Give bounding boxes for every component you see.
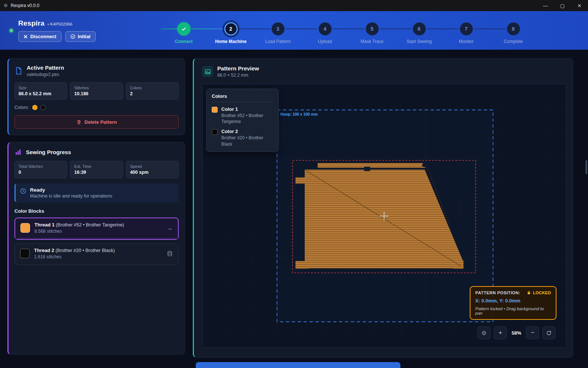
panel-title: Pattern Preview [217,65,259,72]
check-icon [181,26,187,32]
legend-color-name: Color 1 [221,106,273,112]
color-dot-tangerine [32,105,37,110]
titlebar: ⚙ Respira v0.0.0 — ▢ ✕ [0,0,588,11]
step-label: Mask Trace [348,39,396,44]
close-button[interactable]: ✕ [571,0,588,11]
check-circle-icon [70,34,75,39]
position-coords: X: 0.0mm, Y: 0.0mm [475,298,551,304]
stat-stitches: Stitches 10.186 [70,82,123,100]
stat-label: Total Stitches [19,164,63,169]
stat-value: 86.0 x 52.2 mm [19,91,63,96]
thread-swatch [20,249,30,258]
thread-block-2[interactable]: Thread 2 (Brother #20 • Brother Black) 1… [14,243,179,265]
stat-label: Speed [130,164,175,169]
stat-speed: Speed 400 spm [126,161,179,178]
zoom-out-button[interactable]: − [526,326,539,339]
thread-name: Thread 1 (Brother #52 • Brother Tangerin… [34,222,162,228]
preview-canvas[interactable]: Hoop: 100 x 100 mm [202,84,566,348]
thread-name-bold: Thread 1 [34,222,54,228]
step-label: Home Machine [207,39,254,44]
thread-block-1[interactable]: Thread 1 (Brother #52 • Brother Tangerin… [14,218,179,240]
clock-icon [20,188,26,194]
stat-est-time: Est. Time 16:39 [70,161,123,178]
thread-stitches: 1.618 stitches [34,254,162,259]
app-window: ⚙ Respira v0.0.0 — ▢ ✕ Respira • K4P5029… [0,0,588,368]
maximize-button[interactable]: ▢ [554,0,571,11]
image-icon-bg [202,66,213,77]
step-complete[interactable]: 8 Complete [490,22,537,44]
stat-label: Est. Time [74,164,119,169]
trash-icon [76,119,82,125]
step-label: Upload [301,39,348,44]
header: Respira • K4P502956 ✕ Disconnect Initial [0,11,588,50]
step-circle: 8 [507,22,520,36]
lock-icon [527,291,531,295]
image-icon [205,69,211,75]
step-label: Complete [490,39,537,44]
notification-bar [196,362,400,368]
pattern-position-box: PATTERN POSITION: LOCKED X: 0.0mm, Y: 0.… [470,286,556,320]
disconnect-button[interactable]: ✕ Disconnect [18,31,62,42]
fit-view-icon [481,330,487,336]
zoom-controls: + 58% − [478,326,555,339]
thread-detail: (Brother #52 • Brother Tangerine) [56,222,124,228]
app-icon: ⚙ [4,3,8,8]
hoop-label: Hoop: 100 x 100 mm [280,112,318,116]
status-text: Machine is idle and ready for operations [30,193,112,199]
step-circle: 6 [413,22,426,36]
status-title: Ready [30,187,112,193]
legend-color-detail: Brother #52 • Brother Tangerine [221,113,273,125]
step-indicator: Connect 2 Home Machine 3 Load Pattern 4 … [160,22,537,44]
stat-value: 10.186 [74,91,119,96]
stat-value: 0 [19,170,63,175]
stat-label: Colors [130,86,175,90]
window-title: Respira v0.0.0 [11,3,39,8]
scrollbar-thumb[interactable] [585,160,587,174]
pattern-preview-panel: Pattern Preview 86.0 × 52.2 mm [193,58,573,358]
step-circle: 3 [271,22,285,36]
layers-icon [166,250,173,257]
initial-button[interactable]: Initial [65,31,96,42]
color-blocks-label: Color Blocks [14,208,179,214]
panel-title: Active Pattern [27,64,64,71]
step-mask-trace[interactable]: 5 Mask Trace [348,22,396,44]
zoom-level: 58% [510,330,523,336]
stat-value: 400 spm [130,170,175,175]
connection-status-dot [10,29,13,32]
position-hint: Pattern locked • Drag background to pan [475,306,551,315]
pattern-stats: Size 86.0 x 52.2 mm Stitches 10.186 Colo… [14,82,179,100]
stat-value: 16:39 [74,170,119,175]
step-start-sewing[interactable]: 6 Start Sewing [396,22,443,44]
thread-progress-bar [15,238,178,239]
step-monitor[interactable]: 7 Monitor [443,22,490,44]
color-dot-black [40,105,46,110]
thread-name-bold: Thread 2 [34,248,54,253]
colors-legend: Colors Color 1 Brother #52 • Brother Tan… [206,89,279,152]
zoom-in-button[interactable]: + [494,326,507,339]
stat-label: Size [19,86,63,90]
legend-color-detail: Brother #20 • Brother Black [221,135,273,147]
pattern-dimensions: 86.0 × 52.2 mm [217,73,259,78]
arrow-right-icon: → [166,224,173,232]
progress-stats: Total Stitches 0 Est. Time 16:39 Speed 4… [14,161,179,178]
legend-swatch [212,129,218,135]
position-title: PATTERN POSITION: [475,291,520,295]
window-controls: — ▢ ✕ [537,0,588,11]
pattern-filename: valetudogv2.pes [27,72,64,77]
step-connect[interactable]: Connect [160,22,207,44]
step-label: Load Pattern [254,39,301,44]
step-circle: 5 [366,22,379,36]
fit-view-button[interactable] [478,326,490,339]
reset-view-button[interactable] [542,326,555,339]
delete-pattern-button[interactable]: Delete Pattern [14,115,179,129]
document-icon [14,66,23,75]
step-load-pattern[interactable]: 3 Load Pattern [254,22,301,44]
active-pattern-panel: Active Pattern valetudogv2.pes Size 86.0… [7,58,185,135]
thread-name: Thread 2 (Brother #20 • Brother Black) [34,248,162,253]
step-upload[interactable]: 4 Upload [301,22,348,44]
stat-label: Stitches [74,86,119,90]
step-home-machine[interactable]: 2 Home Machine [207,22,254,44]
step-circle [177,22,191,36]
minimize-button[interactable]: — [537,0,554,11]
legend-swatch [212,107,218,113]
